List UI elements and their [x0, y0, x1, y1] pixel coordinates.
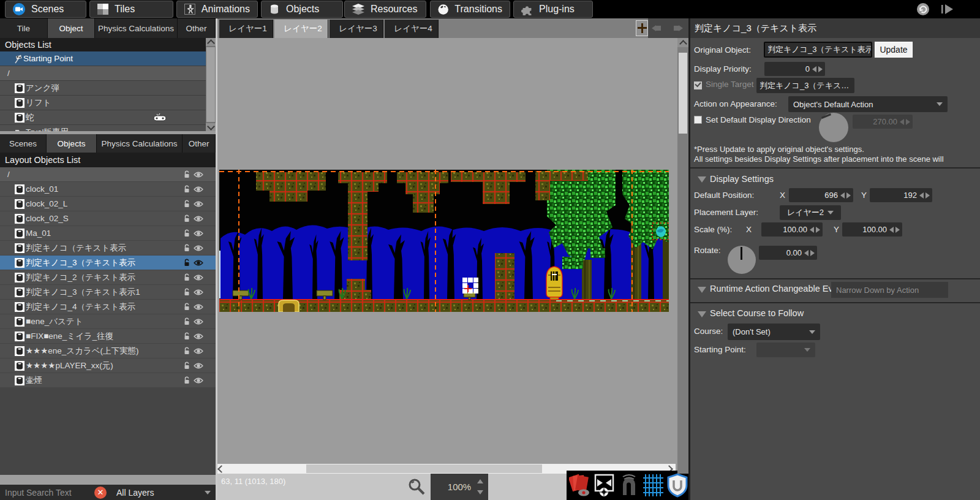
- layer-tab-2-selected[interactable]: レイヤー2: [274, 20, 328, 38]
- lock-icon[interactable]: [183, 170, 190, 179]
- snap-magnet-icon[interactable]: [618, 473, 639, 498]
- list-item[interactable]: アンク弾: [0, 81, 206, 95]
- lock-icon[interactable]: [183, 303, 190, 311]
- play-icon[interactable]: [941, 4, 954, 17]
- tab-object[interactable]: Object: [48, 18, 95, 38]
- list-item-root[interactable]: /: [0, 66, 206, 80]
- eye-icon[interactable]: [194, 186, 203, 192]
- list-item-starting-point[interactable]: Starting Point: [0, 51, 206, 66]
- section-collapse-icon[interactable]: [698, 176, 706, 183]
- scale-y-field[interactable]: 100.00: [842, 222, 902, 237]
- zoom-level-box[interactable]: 100%: [431, 474, 488, 500]
- grid-icon[interactable]: [643, 473, 664, 498]
- zoom-down-spinner[interactable]: [477, 490, 483, 494]
- decrement-arrow[interactable]: [810, 227, 814, 233]
- increment-arrow[interactable]: [925, 192, 930, 199]
- toolbar-button-plugins[interactable]: Plug-ins: [513, 1, 593, 18]
- list-item[interactable]: ★★★★pLAYER_xx(元): [0, 358, 216, 373]
- hscrollbar-thumb[interactable]: [306, 464, 542, 473]
- layer-scroll-left-arrow[interactable]: [652, 25, 661, 31]
- lock-icon[interactable]: [183, 332, 190, 341]
- close-icon[interactable]: ✕: [94, 487, 107, 499]
- scroll-down-button[interactable]: [206, 123, 216, 131]
- lock-icon[interactable]: [183, 185, 190, 194]
- display-priority-field[interactable]: 0: [764, 62, 825, 76]
- tab-objects[interactable]: Objects: [47, 134, 97, 153]
- scrollbar-thumb[interactable]: [679, 53, 687, 134]
- layer-tab-4[interactable]: レイヤー4: [385, 20, 439, 38]
- eye-icon[interactable]: [194, 348, 203, 354]
- decrement-arrow[interactable]: [804, 250, 809, 256]
- lock-icon[interactable]: [183, 288, 190, 297]
- eye-icon[interactable]: [194, 216, 203, 222]
- lock-icon[interactable]: [183, 273, 190, 282]
- list-item[interactable]: 判定キノコ_3（テキスト表示1: [0, 285, 216, 299]
- eye-icon[interactable]: [194, 201, 203, 207]
- toolbar-button-transitions[interactable]: Transitions: [430, 1, 510, 18]
- list-item[interactable]: 判定キノコ_2（テキスト表示: [0, 270, 216, 284]
- layer-tab-1[interactable]: レイヤー1: [219, 20, 273, 38]
- list-item[interactable]: Tryal版専用: [0, 125, 206, 131]
- increment-arrow[interactable]: [846, 192, 851, 199]
- increment-arrow[interactable]: [895, 227, 900, 233]
- layer-scroll-right-arrow[interactable]: [674, 25, 683, 31]
- increment-arrow[interactable]: [818, 66, 823, 72]
- tab-physics-calculations[interactable]: Physics Calculations: [95, 18, 178, 38]
- toolbar-button-scenes[interactable]: Scenes: [5, 1, 86, 18]
- scroll-left-button[interactable]: [219, 466, 224, 472]
- scale-x-field[interactable]: 100.00: [761, 222, 823, 237]
- list-item-selected[interactable]: 判定キノコ_3（テキスト表示: [0, 256, 216, 270]
- scene-strip[interactable]: [219, 170, 669, 312]
- scroll-up-button[interactable]: [677, 38, 688, 47]
- layers-filter-value[interactable]: All Layers: [116, 488, 154, 498]
- list-item[interactable]: リフト: [0, 96, 206, 110]
- zoom-up-spinner[interactable]: [477, 479, 483, 483]
- decrement-arrow[interactable]: [919, 192, 924, 199]
- search-input[interactable]: [0, 487, 92, 498]
- lock-icon[interactable]: [183, 200, 190, 208]
- lock-icon[interactable]: [183, 214, 190, 223]
- collision-preview-icon[interactable]: [594, 473, 615, 498]
- toolbar-button-tiles[interactable]: Tiles: [89, 1, 173, 18]
- tab-other[interactable]: Other: [178, 18, 216, 38]
- eye-icon[interactable]: [194, 333, 203, 339]
- scroll-up-button[interactable]: [206, 38, 216, 46]
- toolbar-button-resources[interactable]: Resources: [344, 1, 426, 18]
- tab-physics-calculations-2[interactable]: Physics Calculations: [97, 134, 183, 153]
- eye-icon[interactable]: [194, 245, 203, 251]
- rotate-dial[interactable]: [728, 246, 756, 274]
- list-item[interactable]: 判定キノコ_4（テキスト表示: [0, 300, 216, 314]
- eye-icon[interactable]: [194, 260, 203, 266]
- narrow-by-action-field[interactable]: Narrow Down by Action: [831, 282, 948, 298]
- toolbar-button-animations[interactable]: Animations: [176, 1, 258, 18]
- original-object-value[interactable]: 判定キノコ_3（テキスト表示: [764, 42, 872, 58]
- list-item-root[interactable]: /: [0, 167, 216, 181]
- lock-icon[interactable]: [183, 376, 190, 385]
- rotate-value-field[interactable]: 0.00: [759, 246, 817, 260]
- list-item[interactable]: clock_02_L: [0, 197, 216, 211]
- position-y-field[interactable]: 192: [870, 188, 932, 202]
- eye-icon[interactable]: [194, 319, 203, 325]
- increment-arrow[interactable]: [816, 227, 820, 233]
- list-item[interactable]: ■ene_バステト: [0, 314, 216, 328]
- list-item[interactable]: ★★★ene_スカラベ(上下実態): [0, 344, 216, 358]
- lock-icon[interactable]: [183, 259, 190, 267]
- list-item[interactable]: 判定キノコ（テキスト表示: [0, 241, 216, 255]
- set-direction-checkbox[interactable]: [694, 116, 702, 124]
- lock-icon[interactable]: [183, 347, 190, 355]
- tab-other-2[interactable]: Other: [183, 134, 216, 153]
- eye-icon[interactable]: [194, 275, 203, 281]
- inspector-scrollbar[interactable]: [677, 38, 688, 474]
- increment-arrow[interactable]: [810, 250, 815, 256]
- eye-icon[interactable]: [194, 230, 203, 237]
- decrement-arrow[interactable]: [812, 66, 816, 72]
- panel-resize-strip[interactable]: [0, 475, 216, 485]
- toolbar-button-objects[interactable]: Objects: [261, 1, 343, 18]
- lock-icon[interactable]: [183, 362, 190, 370]
- eye-icon[interactable]: [194, 363, 203, 369]
- list-item[interactable]: Ma_01: [0, 226, 216, 240]
- statue-sprite[interactable]: [546, 267, 562, 300]
- shield-icon[interactable]: [667, 473, 688, 498]
- lock-icon[interactable]: [183, 229, 190, 238]
- eye-icon[interactable]: [194, 377, 203, 384]
